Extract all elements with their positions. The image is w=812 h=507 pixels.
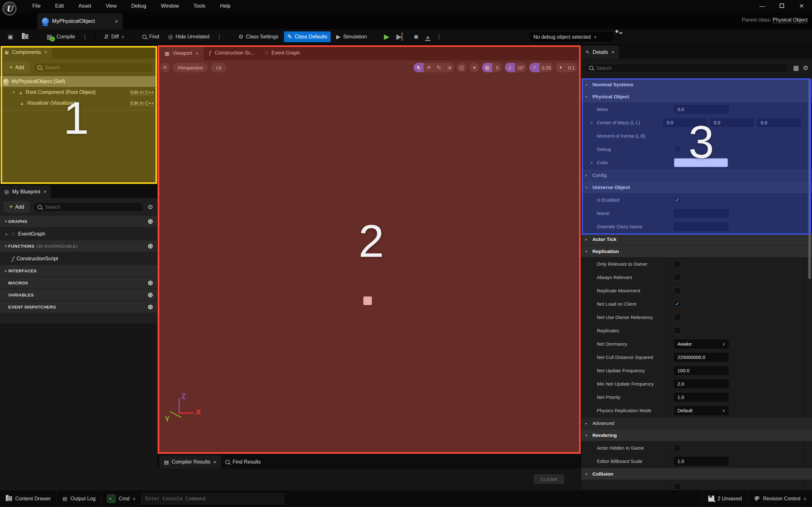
console-command-input[interactable]	[141, 493, 284, 504]
blueprint-section-variables[interactable]: VARIABLES⊕	[0, 289, 157, 300]
checkbox[interactable]	[674, 261, 680, 267]
scale-snap-value[interactable]: 0.25	[540, 63, 553, 72]
dropdown[interactable]: Default∨	[674, 406, 728, 415]
details-category-nominal-systems[interactable]: ▾Nominal Systems	[581, 79, 812, 90]
checkbox[interactable]	[674, 146, 680, 153]
browse-asset-button[interactable]	[19, 32, 32, 41]
expander-icon[interactable]: ▾	[4, 219, 8, 224]
blueprint-section-event-dispatchers[interactable]: EVENT DISPATCHERS⊕	[0, 301, 157, 313]
tab-compiler-results[interactable]: ▤ Compiler Results ×	[160, 455, 221, 469]
blueprint-item-eventgraph[interactable]: ▸∷EventGraph	[0, 228, 157, 240]
debug-object-dropdown[interactable]: No debug object selected ∨	[529, 32, 614, 43]
components-row-root-component-root-object[interactable]: ▾▲Root Component (Root Object)Edit in C+…	[0, 87, 157, 98]
scale-snap-icon[interactable]: ↗	[529, 63, 540, 72]
surface-snap-icon[interactable]: ∗	[469, 63, 479, 72]
expander-icon[interactable]: ▸	[4, 269, 8, 273]
expander-icon[interactable]: ▾	[586, 472, 589, 476]
close-icon[interactable]: ✕	[798, 3, 805, 9]
expander-icon[interactable]: ▸	[586, 237, 589, 242]
value-field[interactable]: 1.0	[674, 457, 728, 465]
tab-my-blueprint[interactable]: ▤ My Blueprint ×	[0, 185, 51, 198]
menu-item-view[interactable]: View	[106, 3, 116, 9]
display-filter-icon[interactable]: ▦	[793, 64, 799, 72]
menu-item-file[interactable]: File	[32, 3, 41, 9]
tab-details[interactable]: ✎ Details ×	[581, 46, 619, 59]
menu-item-window[interactable]: Window	[161, 3, 179, 9]
class-settings-button[interactable]: ⚙ Class Settings	[235, 32, 282, 42]
lit-dropdown[interactable]: Lit	[211, 63, 226, 72]
save-button[interactable]: ▣	[4, 32, 16, 42]
grid-snap-value[interactable]: 5	[492, 63, 502, 72]
value-field[interactable]: 225000000.0	[674, 353, 728, 361]
expander-icon[interactable]: ▸	[591, 160, 594, 165]
details-search-input[interactable]	[597, 65, 785, 71]
expander-icon[interactable]: ▸	[586, 421, 589, 426]
checkbox[interactable]	[674, 327, 680, 334]
viewport[interactable]: ≡ Perspective Lit ✛ ↻ ⇲ ◰	[157, 60, 581, 467]
compile-options-icon[interactable]: ⋮	[81, 33, 89, 40]
unsaved-button[interactable]: 2 Unsaved	[703, 490, 748, 507]
details-scrollbar[interactable]	[808, 80, 811, 279]
checkbox[interactable]: ✓	[674, 196, 680, 203]
expander-icon[interactable]: ▾	[586, 249, 589, 253]
checkbox[interactable]: ✓	[674, 300, 680, 307]
menu-item-tools[interactable]: Tools	[194, 3, 205, 9]
add-icon[interactable]: ⊕	[148, 291, 153, 299]
move-tool-icon[interactable]: ✛	[423, 63, 434, 72]
parent-class-link[interactable]: Physical Object	[773, 17, 808, 23]
add-icon[interactable]: ⊕	[148, 242, 153, 250]
add-icon[interactable]: ⊕	[148, 218, 153, 225]
gear-icon[interactable]: ⚙	[148, 203, 153, 211]
angle-snap-icon[interactable]: ∠	[505, 63, 515, 72]
edit-in-cpp-link[interactable]: Edit in C++	[131, 100, 154, 106]
gear-icon[interactable]: ⚙	[803, 64, 809, 72]
close-icon[interactable]: ×	[115, 19, 118, 24]
vector-field-2[interactable]: 0.0	[757, 118, 801, 127]
output-log-button[interactable]: ▤ Output Log	[57, 490, 101, 507]
unreal-logo-icon[interactable]: U	[3, 2, 16, 15]
world-local-icon[interactable]: ◰	[457, 63, 467, 72]
details-category-universe-object[interactable]: ▾Universe Object	[581, 181, 812, 193]
blueprint-section-macros[interactable]: MACROS⊕	[0, 277, 157, 288]
find-button[interactable]: Find	[139, 32, 162, 42]
value-field[interactable]: 100.0	[674, 366, 728, 375]
expander-icon[interactable]: ▾	[586, 185, 589, 189]
add-blueprint-item-button[interactable]: + Add	[4, 201, 30, 213]
vector-field-0[interactable]: 0.0	[663, 118, 707, 127]
checkbox[interactable]	[674, 483, 680, 490]
menu-item-debug[interactable]: Debug	[132, 3, 146, 9]
details-category-collision[interactable]: ▾Collision	[581, 468, 812, 480]
blueprint-item-constructionscript[interactable]: ƒConstructionScript	[0, 252, 157, 265]
viewport-menu-icon[interactable]: ≡	[160, 63, 170, 72]
menu-item-asset[interactable]: Asset	[79, 3, 91, 9]
checkbox[interactable]	[674, 274, 680, 281]
object-sprite[interactable]	[363, 296, 372, 305]
play-options-icon[interactable]: ⋮	[435, 33, 443, 40]
expander-icon[interactable]: ▸	[591, 120, 594, 125]
expander-icon[interactable]: ▸	[586, 173, 589, 178]
details-category-replication[interactable]: ▾Replication	[581, 245, 812, 257]
revision-control-dropdown[interactable]: Revision Control ∨	[748, 490, 812, 507]
details-category-physical-object[interactable]: ▾Physical Object	[581, 91, 812, 102]
eject-button[interactable]: ▲	[423, 32, 433, 42]
close-icon[interactable]: ×	[44, 189, 47, 194]
expander-icon[interactable]: ▾	[4, 244, 8, 248]
add-icon[interactable]: ⊕	[148, 279, 153, 287]
value-field[interactable]	[674, 209, 728, 218]
minimize-icon[interactable]: —	[759, 3, 766, 9]
perspective-dropdown[interactable]: Perspective	[173, 63, 208, 72]
play-button[interactable]: ▶	[382, 32, 392, 42]
details-category-rendering[interactable]: ▾Rendering	[581, 429, 812, 441]
tab-components[interactable]: ▣ Components ×	[0, 46, 52, 59]
tab-construction-sc[interactable]: ƒConstruction Sc...	[204, 46, 260, 60]
tab-event-graph[interactable]: ∷Event Graph	[260, 46, 305, 60]
checkbox[interactable]	[674, 287, 680, 294]
close-icon[interactable]: ×	[196, 51, 199, 56]
tab-find-results[interactable]: Find Results	[221, 455, 265, 469]
value-field[interactable]: 0.0	[674, 105, 728, 114]
value-field[interactable]	[674, 222, 728, 231]
scale-tool-icon[interactable]: ⇲	[444, 63, 454, 72]
checkbox[interactable]	[674, 445, 680, 451]
my-blueprint-search-input[interactable]	[45, 204, 140, 210]
rotate-tool-icon[interactable]: ↻	[434, 63, 444, 72]
